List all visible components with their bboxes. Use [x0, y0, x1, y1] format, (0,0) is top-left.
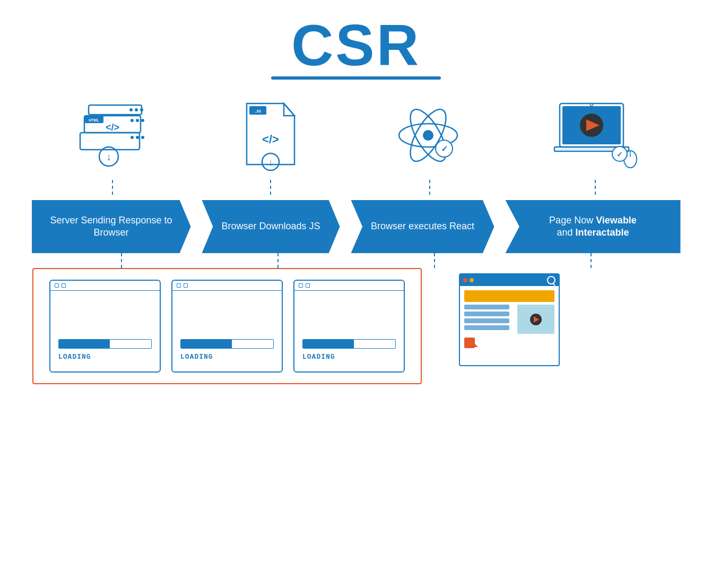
line2	[464, 312, 509, 316]
step2-label: Browser Downloads JS	[221, 220, 320, 232]
titlebar-3	[294, 281, 404, 291]
svg-rect-0	[89, 105, 142, 115]
dot-orange	[470, 278, 474, 282]
content-lines	[464, 305, 514, 334]
final-browser-bar	[460, 274, 559, 286]
arrow-step1: Server Sending Response to Browser	[32, 200, 191, 253]
step3-icon-col: ✓	[388, 101, 471, 195]
dot-1b	[62, 283, 66, 288]
react-atom-icon: ✓	[388, 101, 471, 180]
step1-label: Server Sending Response to Browser	[41, 214, 181, 239]
browser-content-2: LOADING	[172, 291, 282, 371]
svg-point-13	[136, 136, 139, 139]
loading-group: LOADING LOADING	[32, 268, 422, 384]
loading-text-3: LOADING	[302, 353, 396, 361]
dot-2b	[184, 283, 188, 288]
loading-text-1: LOADING	[58, 353, 152, 361]
step2-icon-col: .JS </> ↓	[233, 101, 308, 195]
loading-bar-3	[302, 339, 396, 349]
line3	[464, 318, 509, 323]
svg-point-7	[141, 119, 144, 122]
line4	[464, 325, 509, 330]
step1-icon-col: HTML </> ↓	[73, 101, 152, 195]
loading-fill-3	[303, 340, 354, 348]
page-title: CSR	[271, 16, 441, 74]
bottom-connector-2	[277, 253, 279, 268]
svg-text:</>: </>	[262, 133, 279, 146]
titlebar-2	[172, 281, 282, 291]
connector-1	[112, 180, 113, 195]
svg-text:.JS: .JS	[255, 109, 262, 114]
svg-text:HTML: HTML	[89, 118, 100, 122]
loading-screen-2: LOADING	[171, 280, 283, 373]
dot-3a	[299, 283, 303, 288]
svg-point-27	[423, 130, 433, 141]
connector-2	[270, 180, 271, 195]
svg-point-2	[135, 108, 138, 111]
svg-point-3	[140, 108, 143, 111]
bottom-connector-4	[591, 253, 592, 268]
loading-bar-2	[180, 339, 274, 349]
laptop-icon: ✓	[552, 101, 639, 180]
loading-bar-1	[58, 339, 152, 349]
svg-point-34	[590, 103, 593, 106]
dot-3b	[306, 283, 310, 288]
arrow-step4: Page Now Viewableand Interactable	[506, 200, 681, 253]
browser-content-1: LOADING	[50, 291, 160, 371]
content-row	[464, 305, 554, 334]
arrows-row: Server Sending Response to Browser Brows…	[22, 200, 690, 253]
dot-red	[463, 278, 467, 282]
loading-fill-1	[59, 340, 110, 348]
loading-screen-1: LOADING	[49, 280, 161, 373]
line1	[464, 305, 509, 309]
svg-point-14	[141, 136, 144, 139]
final-browser-col	[459, 273, 560, 366]
flow-container: CSR HTML	[22, 16, 690, 384]
play-triangle	[534, 316, 539, 323]
loading-fill-2	[181, 340, 232, 348]
loading-screen-3: LOADING	[293, 280, 405, 373]
final-browser	[459, 273, 560, 366]
js-file-icon: .JS </> ↓	[233, 101, 308, 180]
title-section: CSR	[271, 16, 441, 80]
yellow-bar	[464, 290, 554, 302]
step3-label: Browser executes React	[371, 220, 474, 232]
dot-2a	[177, 283, 181, 288]
svg-text:</>: </>	[106, 122, 119, 133]
titlebar-1	[50, 281, 160, 291]
html-stack-icon: HTML </> ↓	[73, 101, 152, 180]
arrow-step2: Browser Downloads JS	[202, 200, 340, 253]
arrow-step3: Browser executes React	[351, 200, 494, 253]
svg-marker-18	[284, 103, 294, 116]
browser-content-3: LOADING	[294, 291, 404, 371]
bottom-connector-3	[434, 253, 435, 268]
connector-4	[595, 180, 596, 195]
step4-icon-col: ✓	[552, 101, 639, 195]
svg-text:↓: ↓	[106, 151, 111, 162]
loading-text-2: LOADING	[180, 353, 274, 361]
video-thumbnail	[517, 305, 554, 334]
icons-row: HTML </> ↓	[22, 101, 690, 195]
bottom-connector-1	[121, 253, 122, 268]
svg-text:✓: ✓	[441, 144, 448, 153]
svg-text:↓: ↓	[268, 157, 273, 168]
play-button	[530, 314, 542, 325]
connector-3	[429, 180, 430, 195]
svg-point-6	[136, 119, 139, 122]
svg-text:✓: ✓	[617, 150, 623, 159]
dot-1a	[55, 283, 59, 288]
svg-point-12	[131, 136, 134, 139]
svg-point-1	[129, 108, 133, 111]
step4-label: Page Now Viewableand Interactable	[549, 214, 637, 239]
final-browser-content	[460, 286, 559, 352]
svg-point-5	[131, 119, 134, 122]
